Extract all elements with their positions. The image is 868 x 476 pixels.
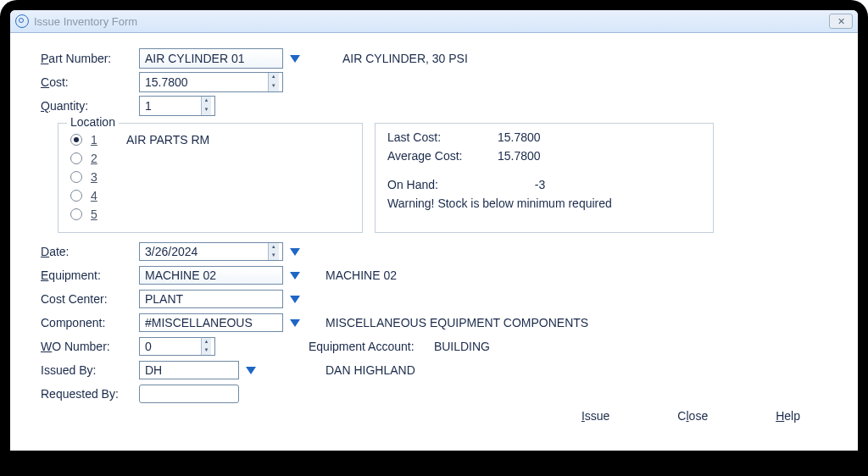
app-window: Issue Inventory Form ✕ Part Number: AIR … xyxy=(10,10,858,451)
location-option[interactable]: 4 xyxy=(70,186,350,205)
date-input[interactable] xyxy=(143,244,268,259)
last-cost-value: 15.7800 xyxy=(498,130,565,149)
action-bar: Issue Close Help xyxy=(41,409,834,423)
quantity-input[interactable] xyxy=(143,98,201,113)
cost-center-dropdown-icon[interactable] xyxy=(290,296,300,303)
wo-number-field[interactable]: ▲▼ xyxy=(139,337,215,356)
avg-cost-value: 15.7800 xyxy=(498,149,565,168)
location-legend: Location xyxy=(67,115,119,129)
gear-icon xyxy=(15,14,29,28)
part-number-dropdown-icon[interactable] xyxy=(290,55,300,63)
location-option[interactable]: 5 xyxy=(70,205,350,224)
quantity-field[interactable]: ▲▼ xyxy=(139,96,215,116)
cost-center-input[interactable] xyxy=(143,291,279,307)
cost-center-field[interactable] xyxy=(139,290,283,308)
location-option[interactable]: 3 xyxy=(70,168,350,186)
stock-info-panel: Last Cost:15.7800 Average Cost:15.7800 O… xyxy=(375,123,714,233)
cost-spinner[interactable]: ▲▼ xyxy=(268,73,279,91)
wo-number-input[interactable] xyxy=(143,339,201,354)
part-number-field[interactable] xyxy=(139,48,283,69)
location-name: AIR PARTS RM xyxy=(126,133,209,147)
requested-by-input[interactable] xyxy=(143,386,235,401)
help-button[interactable]: Help xyxy=(776,409,800,423)
requested-by-label: Requested By: xyxy=(41,387,139,401)
component-dropdown-icon[interactable] xyxy=(290,319,300,327)
location-group: Location 1AIR PARTS RM2345 xyxy=(58,123,363,233)
close-window-button[interactable]: ✕ xyxy=(829,14,853,29)
equipment-dropdown-icon[interactable] xyxy=(290,272,300,280)
issued-by-field[interactable] xyxy=(139,361,239,379)
laptop-frame: Issue Inventory Form ✕ Part Number: AIR … xyxy=(0,0,868,476)
requested-by-field[interactable] xyxy=(139,385,239,403)
issued-by-description: DAN HIGHLAND xyxy=(326,363,415,377)
part-number-label: Part Number: xyxy=(41,52,139,65)
on-hand-value: -3 xyxy=(498,178,582,196)
location-number: 4 xyxy=(91,189,103,202)
wo-number-label: WO Number: xyxy=(41,340,139,353)
issued-by-dropdown-icon[interactable] xyxy=(246,367,256,374)
titlebar: Issue Inventory Form ✕ xyxy=(10,10,858,33)
radio-icon[interactable] xyxy=(70,152,82,164)
close-button[interactable]: Close xyxy=(677,409,708,423)
location-option[interactable]: 2 xyxy=(70,149,350,168)
location-number: 1 xyxy=(91,133,103,147)
form-body: Part Number: AIR CYLINDER, 30 PSI Cost: … xyxy=(10,33,858,431)
location-number: 2 xyxy=(91,152,103,165)
equipment-account-value: BUILDING xyxy=(434,340,490,353)
issue-button[interactable]: Issue xyxy=(581,409,609,423)
location-number: 3 xyxy=(91,170,103,184)
cost-field[interactable]: ▲▼ xyxy=(139,72,283,92)
on-hand-label: On Hand: xyxy=(387,178,498,196)
part-description: AIR CYLINDER, 30 PSI xyxy=(342,52,468,65)
component-field[interactable] xyxy=(139,313,283,332)
last-cost-label: Last Cost: xyxy=(387,130,498,149)
quantity-label: Quantity: xyxy=(41,99,139,113)
date-field[interactable]: ▲▼ xyxy=(139,242,283,261)
date-spinner[interactable]: ▲▼ xyxy=(268,243,279,260)
window-title: Issue Inventory Form xyxy=(34,15,137,28)
component-label: Component: xyxy=(41,316,139,329)
cost-center-label: Cost Center: xyxy=(41,292,139,306)
radio-icon[interactable] xyxy=(70,171,82,183)
date-dropdown-icon[interactable] xyxy=(290,248,300,256)
issued-by-label: Issued By: xyxy=(41,363,139,377)
equipment-description: MACHINE 02 xyxy=(326,268,397,282)
location-number: 5 xyxy=(91,208,103,221)
avg-cost-label: Average Cost: xyxy=(387,149,498,168)
equipment-label: Equipment: xyxy=(41,268,139,282)
location-option[interactable]: 1AIR PARTS RM xyxy=(70,130,350,149)
cost-label: Cost: xyxy=(41,75,139,89)
cost-input[interactable] xyxy=(143,75,268,90)
issued-by-input[interactable] xyxy=(143,363,235,378)
equipment-field[interactable] xyxy=(139,266,283,285)
radio-icon[interactable] xyxy=(70,134,82,146)
stock-warning: Warning! Stock is below minimum required xyxy=(387,196,701,210)
radio-icon[interactable] xyxy=(70,190,82,202)
equipment-input[interactable] xyxy=(143,268,279,283)
quantity-spinner[interactable]: ▲▼ xyxy=(201,97,211,115)
component-description: MISCELLANEOUS EQUIPMENT COMPONENTS xyxy=(326,316,588,329)
component-input[interactable] xyxy=(143,315,279,330)
radio-icon[interactable] xyxy=(70,208,82,220)
equipment-account-label: Equipment Account: BUILDING xyxy=(309,340,490,353)
part-number-input[interactable] xyxy=(143,51,279,66)
date-label: Date: xyxy=(41,245,139,258)
wo-number-spinner[interactable]: ▲▼ xyxy=(201,338,211,355)
